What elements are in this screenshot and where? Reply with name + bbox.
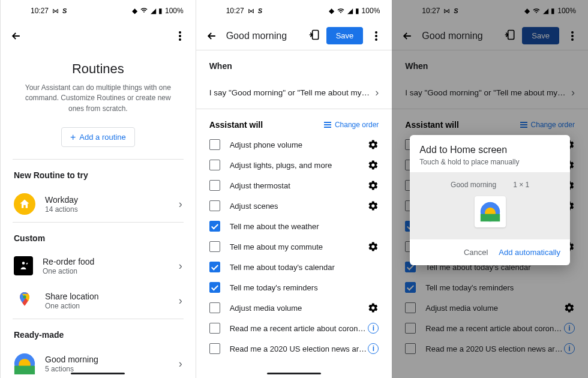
battery-icon: ▮ (158, 7, 163, 15)
section-new-routine: New Routine to try (1, 160, 196, 186)
action-label: Tell me about today's calendar (230, 263, 379, 272)
action-label: Adjust lights, plugs, and more (230, 161, 368, 170)
action-label: Tell me today's reminders (230, 283, 379, 292)
chevron-right-icon: › (375, 86, 379, 99)
action-item[interactable]: Tell me about my commute (196, 236, 392, 257)
nav-bar-handle[interactable] (267, 373, 321, 374)
svg-rect-4 (14, 366, 35, 374)
action-label: Tell me about my commute (230, 242, 368, 251)
svg-point-0 (22, 262, 25, 265)
chevron-right-icon: › (179, 358, 182, 370)
action-label: Tell me about the weather (230, 222, 379, 231)
routine-share-location[interactable]: Share location One action › (1, 283, 196, 319)
dialog-cancel-button[interactable]: Cancel (464, 248, 488, 257)
when-heading: When (196, 50, 392, 77)
reorder-food-icon (14, 256, 33, 275)
action-item[interactable]: Read me a 2020 US election news articlei (196, 338, 392, 359)
more-vert-icon[interactable] (173, 31, 187, 41)
wifi-icon (140, 7, 148, 16)
good-morning-icon (14, 353, 35, 374)
dialog-title: Add to Home screen (419, 145, 560, 155)
back-icon[interactable] (9, 29, 23, 43)
info-icon[interactable]: i (368, 343, 379, 354)
action-label: Adjust phone volume (230, 140, 368, 149)
action-label: Adjust media volume (230, 304, 368, 313)
checkbox[interactable] (209, 139, 220, 150)
info-icon[interactable]: i (368, 323, 379, 334)
action-item[interactable]: Adjust scenes (196, 196, 392, 216)
checkbox[interactable] (209, 241, 220, 252)
widget-icon (475, 196, 506, 227)
action-item[interactable]: Tell me about the weather (196, 216, 392, 236)
routine-title: Good morning (226, 31, 308, 41)
do-not-disturb-icon: ◆ (132, 7, 137, 15)
checkbox[interactable] (209, 221, 220, 232)
checkbox[interactable] (209, 262, 220, 272)
share-location-icon (14, 290, 35, 311)
nav-bar-handle[interactable] (71, 373, 125, 374)
dialog-confirm-button[interactable]: Add automatically (499, 248, 560, 257)
status-bar: 10:27 ⋈S ◆ ◢ ▮ 100% (1, 0, 196, 22)
checkbox[interactable] (209, 180, 220, 191)
action-label: Adjust scenes (230, 202, 368, 211)
page-subtitle: Your Assistant can do multiple things wi… (17, 83, 179, 114)
checkbox[interactable] (209, 160, 220, 170)
svg-point-1 (23, 295, 26, 298)
section-custom: Custom (1, 223, 196, 249)
gear-icon[interactable] (368, 200, 379, 211)
add-routine-button[interactable]: + Add a routine (61, 127, 135, 147)
chevron-right-icon: › (179, 198, 182, 211)
checkbox[interactable] (209, 323, 220, 334)
action-item[interactable]: Tell me about today's calendar (196, 257, 392, 277)
chevron-right-icon: › (179, 260, 182, 272)
widget-preview[interactable]: Good morning 1 × 1 (410, 172, 570, 239)
gear-icon[interactable] (368, 241, 379, 252)
gear-icon[interactable] (368, 139, 379, 150)
section-readymade: Ready-made (1, 319, 196, 346)
action-label: Read me a recent article about coronavir… (230, 324, 368, 333)
workday-icon (14, 193, 35, 215)
svg-rect-10 (480, 214, 499, 222)
checkbox[interactable] (209, 200, 220, 211)
action-label: Read me a 2020 US election news article (230, 344, 368, 353)
action-item[interactable]: Adjust lights, plugs, and more (196, 155, 392, 175)
gear-icon[interactable] (368, 302, 379, 313)
gear-icon[interactable] (368, 160, 379, 170)
add-shortcut-icon[interactable] (308, 29, 320, 43)
more-vert-icon[interactable] (369, 31, 383, 41)
gear-icon[interactable] (368, 180, 379, 191)
page-title: Routines (17, 61, 179, 77)
assistant-will-heading: Assistant will (209, 120, 324, 130)
change-order-button[interactable]: Change order (324, 121, 379, 129)
routine-reorder-food[interactable]: Re-order food One action › (1, 249, 196, 283)
action-item[interactable]: Read me a recent article about coronavir… (196, 318, 392, 338)
add-home-screen-dialog: Add to Home screen Touch & hold to place… (410, 135, 570, 265)
checkbox[interactable] (209, 302, 220, 313)
signal-icon: ◢ (151, 7, 156, 15)
routine-workday[interactable]: Workday 14 actions › (1, 186, 196, 222)
checkbox[interactable] (209, 282, 220, 293)
action-item[interactable]: Tell me today's reminders (196, 277, 392, 298)
list-icon (324, 122, 331, 128)
status-bar: 10:27 ⋈S ◆◢▮100% (196, 0, 392, 22)
svg-rect-6 (312, 30, 318, 39)
checkbox[interactable] (209, 343, 220, 354)
action-label: Adjust thermostat (230, 181, 368, 190)
action-item[interactable]: Adjust thermostat (196, 175, 392, 196)
action-item[interactable]: Adjust phone volume (196, 134, 392, 155)
chevron-right-icon: › (179, 295, 182, 307)
when-trigger[interactable]: I say "Good morning" or "Tell me about m… (196, 77, 392, 109)
battery-pct: 100% (165, 7, 184, 15)
save-button[interactable]: Save (326, 27, 364, 44)
action-item[interactable]: Adjust media volume (196, 298, 392, 318)
status-time: 10:27 (31, 7, 49, 15)
back-icon[interactable] (205, 29, 219, 43)
dialog-subtitle: Touch & hold to place manually (419, 158, 560, 166)
